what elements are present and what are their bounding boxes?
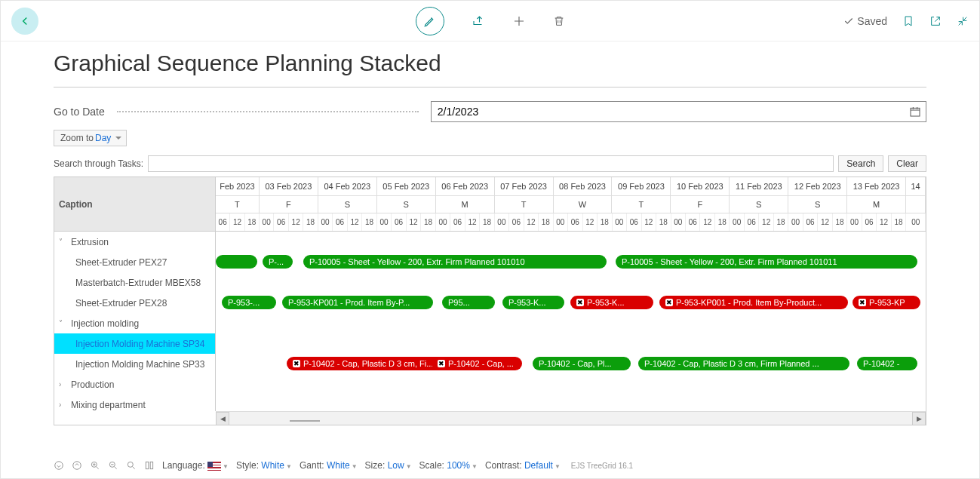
hour-cell: 18 bbox=[656, 213, 671, 231]
date-field[interactable] bbox=[431, 101, 926, 122]
gantt-bar[interactable]: P-10402 - Cap, ... bbox=[432, 357, 522, 370]
gantt: Caption Feb 202303 Feb 202304 Feb 202305… bbox=[54, 177, 926, 425]
scroll-left-icon[interactable]: ◀ bbox=[216, 412, 229, 425]
svg-rect-0 bbox=[911, 108, 920, 116]
share-icon[interactable] bbox=[472, 14, 485, 28]
tree-row-sheet-pex28[interactable]: Sheet-Extruder PEX28 bbox=[54, 293, 215, 313]
dates-header: Feb 202303 Feb 202304 Feb 202305 Feb 202… bbox=[216, 177, 926, 231]
brand-label: EJS TreeGrid 16.1 bbox=[571, 462, 633, 470]
scale-kv[interactable]: Scale: 100%▼ bbox=[419, 460, 478, 471]
zoom-out-icon[interactable] bbox=[108, 460, 118, 471]
goto-row: Go to Date bbox=[1, 88, 979, 130]
style-kv[interactable]: Style: White▼ bbox=[236, 460, 292, 471]
calendar-icon[interactable] bbox=[905, 102, 926, 121]
dow-cell: W bbox=[554, 195, 613, 213]
popout-icon[interactable] bbox=[929, 15, 942, 27]
dow-cell: S bbox=[788, 195, 847, 213]
dow-cell bbox=[906, 195, 926, 213]
gantt-bar[interactable]: P-953-KP bbox=[853, 296, 920, 309]
expand-all-icon[interactable] bbox=[54, 460, 64, 471]
delete-icon[interactable] bbox=[553, 14, 565, 28]
month-cell: Feb 2023 bbox=[216, 177, 260, 195]
hour-cell: 18 bbox=[421, 213, 435, 231]
hour-cell: 12 bbox=[759, 213, 773, 231]
collapse-icon[interactable] bbox=[957, 15, 969, 27]
dow-cell: F bbox=[260, 195, 318, 213]
size-kv[interactable]: Size: Low▼ bbox=[365, 460, 412, 471]
hour-cell: 06 bbox=[509, 213, 524, 231]
caret-icon: ˅ bbox=[59, 319, 68, 327]
hour-cell: 06 bbox=[627, 213, 641, 231]
edit-button[interactable] bbox=[416, 7, 444, 35]
zoom-select[interactable]: Zoom to Day bbox=[54, 130, 127, 146]
tree-row-injection[interactable]: ˅Injection molding bbox=[54, 313, 215, 333]
tree-label: Extrusion bbox=[71, 237, 109, 247]
zoom-fit-icon[interactable] bbox=[126, 460, 137, 471]
tree-row-mixing[interactable]: ›Mixing department bbox=[54, 395, 215, 411]
month-cell: 06 Feb 2023 bbox=[436, 177, 495, 195]
hour-cell: 12 bbox=[230, 213, 244, 231]
svg-point-5 bbox=[127, 462, 133, 467]
scroll-right-icon[interactable]: ▶ bbox=[912, 412, 926, 425]
gantt-bar[interactable]: P-953-KP001 - Prod. Item By-P... bbox=[282, 296, 433, 309]
hour-cell: 00 bbox=[613, 213, 627, 231]
gantt-bar[interactable]: P-953-K... bbox=[502, 296, 564, 309]
tree-row-sheet-pex27[interactable]: Sheet-Extruder PEX27 bbox=[54, 252, 215, 272]
tree-row-masterbatch[interactable]: Masterbatch-Extruder MBEX58 bbox=[54, 272, 215, 293]
gantt-bar[interactable]: P-10402 - Cap, Plastic D 3 cm, Firm Plan… bbox=[638, 357, 849, 370]
gantt-bar[interactable]: P-953-K... bbox=[570, 296, 653, 309]
gantt-bar[interactable]: P-10402 - bbox=[857, 357, 917, 370]
timeline[interactable]: P-...P-10005 - Sheet - Yellow - 200, Ext… bbox=[216, 232, 926, 411]
zoom-in-icon[interactable] bbox=[90, 460, 100, 471]
hour-cell: 12 bbox=[524, 213, 539, 231]
tree-row-production[interactable]: ›Production bbox=[54, 374, 215, 395]
hour-cell: 18 bbox=[245, 213, 260, 231]
gantt-bar[interactable]: P-... bbox=[263, 255, 293, 269]
gantt-bar[interactable]: P-10005 - Sheet - Yellow - 200, Extr. Fi… bbox=[616, 255, 917, 269]
search-input[interactable] bbox=[148, 155, 834, 172]
back-button[interactable] bbox=[11, 8, 38, 35]
add-icon[interactable] bbox=[512, 14, 526, 28]
hour-cell: 18 bbox=[303, 213, 318, 231]
gantt-bar[interactable]: P-10005 - Sheet - Yellow - 200, Extr. Fi… bbox=[303, 255, 607, 269]
top-right: Saved bbox=[843, 14, 969, 28]
zoom-prefix: Zoom to bbox=[60, 133, 94, 143]
tree-row-extrusion[interactable]: ˅Extrusion bbox=[54, 232, 215, 252]
contrast-kv[interactable]: Contrast: Default▼ bbox=[485, 460, 561, 471]
hour-cell: 12 bbox=[348, 213, 362, 231]
saved-status: Saved bbox=[843, 15, 887, 27]
columns-icon[interactable] bbox=[144, 460, 155, 471]
clear-button[interactable]: Clear bbox=[888, 155, 926, 172]
footer: Language: ▼ Style: White▼ Gantt: White▼ … bbox=[54, 460, 926, 471]
gantt-bar[interactable] bbox=[216, 255, 257, 269]
bookmark-icon[interactable] bbox=[902, 14, 914, 28]
gantt-bar[interactable]: P95... bbox=[442, 296, 495, 309]
collapse-all-icon[interactable] bbox=[72, 460, 82, 471]
language-kv[interactable]: Language: ▼ bbox=[162, 460, 229, 471]
hour-cell: 18 bbox=[833, 213, 847, 231]
gantt-kv[interactable]: Gantt: White▼ bbox=[300, 460, 358, 471]
lane: P-10402 - Cap, Plastic D 3 cm, Fi...P-10… bbox=[216, 354, 926, 374]
search-button[interactable]: Search bbox=[838, 155, 883, 172]
date-input[interactable] bbox=[432, 102, 905, 121]
hour-cell: 12 bbox=[642, 213, 656, 231]
hour-cell: 00 bbox=[260, 213, 274, 231]
month-cell: 08 Feb 2023 bbox=[554, 177, 613, 195]
horizontal-scroll[interactable]: ◀ ▶ bbox=[216, 411, 926, 425]
tree-row-sp34[interactable]: Injection Molding Machine SP34 bbox=[54, 333, 215, 354]
tree-label: Sheet-Extruder PEX27 bbox=[75, 257, 167, 268]
gantt-bar[interactable]: P-10402 - Cap, Pl... bbox=[533, 357, 631, 370]
gantt-header: Caption Feb 202303 Feb 202304 Feb 202305… bbox=[54, 177, 926, 232]
month-cell: 09 Feb 2023 bbox=[612, 177, 671, 195]
dow-cell: F bbox=[671, 195, 730, 213]
tree-row-sp33[interactable]: Injection Molding Machine SP33 bbox=[54, 354, 215, 374]
gantt-bar[interactable]: P-953-KP001 - Prod. Item By-Product... bbox=[659, 296, 848, 309]
hour-cell: 00 bbox=[495, 213, 509, 231]
hour-cell: 06 bbox=[803, 213, 818, 231]
topbar: Saved bbox=[1, 1, 979, 41]
hour-cell: 06 bbox=[392, 213, 406, 231]
hour-cell: 18 bbox=[480, 213, 494, 231]
tree-label: Injection Molding Machine SP33 bbox=[75, 359, 204, 370]
scroll-thumb[interactable] bbox=[290, 420, 320, 422]
gantt-bar[interactable]: P-953-... bbox=[222, 296, 276, 309]
